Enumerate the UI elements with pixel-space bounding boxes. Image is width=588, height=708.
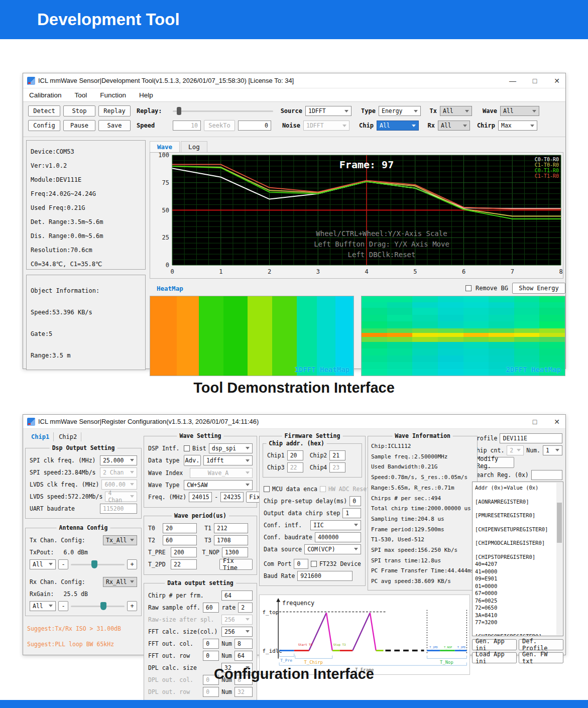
raw-off-input[interactable]: 60 [203,603,219,613]
rawsize-select[interactable]: 256 [221,615,253,625]
menu-calibration[interactable]: Calibration [29,91,62,99]
chip3-input[interactable]: 22 [287,462,303,473]
data-type-select[interactable]: 1dfft [203,455,253,465]
rate-input[interactable]: 2 [238,603,253,613]
tab-heatmap[interactable]: HeatMap [150,283,190,294]
tx-all-select[interactable]: All [30,559,56,569]
type-select[interactable]: Energy [379,106,421,116]
freq-min-input[interactable]: 24015 [189,492,212,502]
t0-input[interactable]: 20 [163,523,197,533]
fftcol-num-input[interactable]: 8 [234,639,253,649]
source-select[interactable]: 1DFFT [305,106,351,116]
close-icon[interactable]: ✕ [552,77,561,85]
fix-time-button[interactable]: Fix Time [219,559,253,570]
chirp-select[interactable]: Max [498,121,537,131]
noise-select[interactable]: 1DFFT [303,121,349,131]
chip-cnt-select[interactable]: 2 [507,445,524,455]
dplrow-num-input[interactable]: 32 [234,687,253,697]
menu-function[interactable]: Function [100,91,126,99]
rx-all-select[interactable]: All [30,601,56,611]
tx-minus-button[interactable]: - [58,559,68,569]
tx-plus-button[interactable]: + [127,559,137,569]
seekto-button[interactable]: SeekTo [204,120,235,131]
chip-select[interactable]: All [377,121,419,131]
t3-input[interactable]: 1708 [214,535,248,545]
tpre-input[interactable]: 200 [171,547,197,557]
menu-tool[interactable]: Tool [75,91,87,99]
rx-chan-select[interactable]: Rx_All [103,577,137,587]
speed-input[interactable]: 10 [173,121,201,131]
replay-slider[interactable] [173,106,273,116]
rx-minus-button[interactable]: - [58,601,68,611]
chip4-input[interactable]: 23 [329,462,345,473]
scrollbar[interactable] [556,483,562,635]
hw-adc-checkbox[interactable] [320,486,326,492]
wave-index-select[interactable]: Wave_A [190,468,253,478]
profile-action-button[interactable]: Load App ini [472,652,517,663]
config-button[interactable]: Config [28,120,60,131]
com-port-input[interactable]: 0 [294,559,308,569]
close-icon[interactable]: ✕ [552,418,561,426]
seekto-input[interactable]: 0 [238,121,271,131]
rxgain-slider[interactable] [71,601,125,611]
fftrow-input[interactable]: 0 [203,651,219,661]
fftcalc-select[interactable]: 256 [221,627,253,637]
conf-baud-input[interactable]: 400000 [315,532,361,542]
uart-baudrate-input[interactable]: 115200 [100,504,137,514]
chirp-per-frm-input[interactable]: 64 [221,591,253,601]
search-reg-input[interactable] [531,470,562,480]
txpout-slider[interactable] [71,559,125,569]
tx-chan-select[interactable]: Tx_All [103,535,137,545]
lvds-speed-select[interactable]: 4 Chan [105,492,137,502]
rx-plus-button[interactable]: + [127,601,137,611]
presetup-input[interactable]: 0 [349,496,361,506]
fftcol-input[interactable]: 0 [203,639,219,649]
maximize-icon[interactable]: □ [530,77,539,85]
wave-type-select[interactable]: CW+SAW [184,480,253,490]
ft232-checkbox[interactable] [311,561,317,567]
replay-button[interactable]: Replay [98,105,131,116]
profile-action-button[interactable]: Gen. FW txt [519,652,563,663]
t2-input[interactable]: 60 [163,535,197,545]
detect-button[interactable]: Detect [28,105,60,116]
maximize-icon[interactable]: □ [530,418,539,426]
data-source-select[interactable]: COM(VCP) [304,544,361,554]
pause-button[interactable]: Pause [63,120,95,131]
spi-clk-select[interactable]: 25.000 [100,455,137,465]
tab-chip1[interactable]: Chip1 [27,432,54,441]
profile-input[interactable]: DEV111E [500,433,562,443]
wave-select[interactable]: All [500,106,539,116]
heatmap-2dfft[interactable]: 2DFFT HeatMap [361,296,565,376]
mcu-data-checkbox[interactable] [264,486,270,492]
lvds-clk-select[interactable]: 600.00 [101,480,137,490]
profile-action-button[interactable]: Gen. App ini [472,639,517,650]
adv-button[interactable]: Adv. [184,455,201,466]
stop-button[interactable]: Stop [63,105,95,116]
minimize-icon[interactable]: — [508,77,517,85]
wave-chart[interactable]: 0255075100012345678Frame: 97C0-T0-R0C1-T… [150,152,563,279]
menu-help[interactable]: Help [139,91,153,99]
num-select[interactable]: 1 [543,445,562,455]
tab-log[interactable]: Log [181,141,207,152]
heatmap-1dfft[interactable]: 1DFFT HeatMap [150,296,354,376]
tab-chip2[interactable]: Chip2 [55,432,81,441]
chip1-input[interactable]: 20 [287,450,303,460]
conf-intf-select[interactable]: IIC [310,520,361,530]
save-button[interactable]: Save [98,120,131,131]
profile-action-button[interactable]: Def. Profile [519,639,563,650]
register-listbox[interactable]: Addr (0x)=Value (0x)[AONRAMREGISTER0][PM… [472,482,563,636]
freq-max-input[interactable]: 24235 [220,492,244,502]
baud-rate-input[interactable]: 921600 [297,571,352,581]
bist-checkbox[interactable] [184,445,190,451]
fftrow-num-input[interactable]: 64 [234,651,253,661]
show-energy-button[interactable]: Show Energy [512,283,565,294]
spi-speed-select[interactable]: 2 Chan [100,467,137,478]
tab-wave[interactable]: Wave [150,141,180,152]
modify-reg-button[interactable]: Modify Reg. [473,457,514,468]
dsp-intf-select[interactable]: dsp_spi [209,443,253,453]
rx-select[interactable]: All [438,121,470,131]
tx-select[interactable]: All [440,106,472,116]
t2pd-input[interactable]: 22 [171,559,197,569]
t1-input[interactable]: 212 [214,523,248,533]
dplrow-input[interactable]: 0 [203,687,219,697]
